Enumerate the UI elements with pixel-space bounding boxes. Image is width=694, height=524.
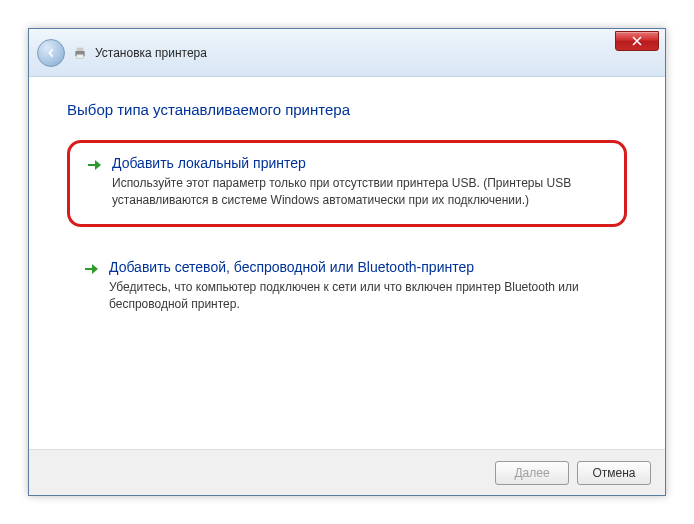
option-description: Используйте этот параметр только при отс… xyxy=(112,175,608,210)
next-button[interactable]: Далее xyxy=(495,461,569,485)
option-body: Добавить локальный принтер Используйте э… xyxy=(112,155,608,210)
cancel-button[interactable]: Отмена xyxy=(577,461,651,485)
option-body: Добавить сетевой, беспроводной или Bluet… xyxy=(109,259,611,314)
arrow-right-icon xyxy=(86,157,102,173)
wizard-window: Установка принтера Выбор типа устанавлив… xyxy=(28,28,666,496)
footer: Далее Отмена xyxy=(29,449,665,495)
close-icon xyxy=(632,36,642,46)
window-title: Установка принтера xyxy=(95,46,207,60)
option-local-printer[interactable]: Добавить локальный принтер Используйте э… xyxy=(67,140,627,227)
back-arrow-icon xyxy=(44,46,58,60)
option-network-printer[interactable]: Добавить сетевой, беспроводной или Bluet… xyxy=(67,247,627,328)
close-button[interactable] xyxy=(615,31,659,51)
svg-rect-2 xyxy=(77,54,84,58)
back-button[interactable] xyxy=(37,39,65,67)
content-area: Выбор типа устанавливаемого принтера Доб… xyxy=(29,77,665,449)
svg-rect-1 xyxy=(77,47,84,50)
option-title: Добавить локальный принтер xyxy=(112,155,608,171)
titlebar: Установка принтера xyxy=(29,29,665,77)
arrow-right-icon xyxy=(83,261,99,277)
option-description: Убедитесь, что компьютер подключен к сет… xyxy=(109,279,611,314)
printer-icon xyxy=(71,44,89,62)
option-title: Добавить сетевой, беспроводной или Bluet… xyxy=(109,259,611,275)
page-heading: Выбор типа устанавливаемого принтера xyxy=(67,101,627,118)
